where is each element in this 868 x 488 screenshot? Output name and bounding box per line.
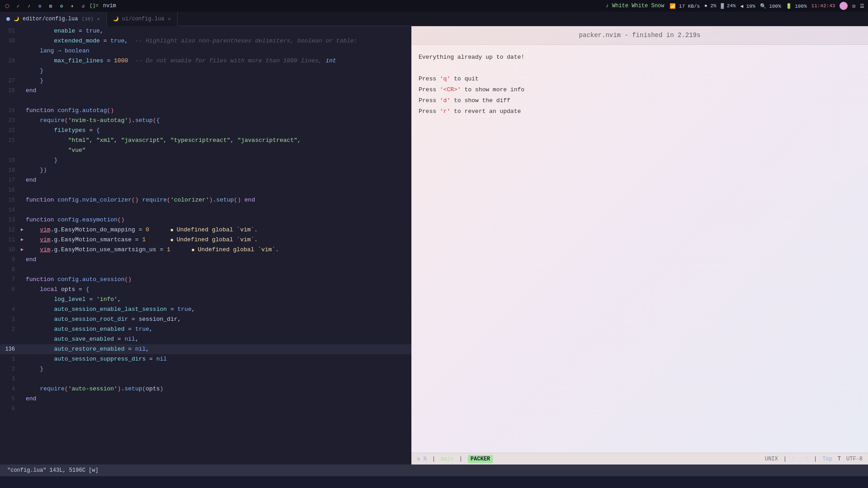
error-arrow: ▶ — [21, 225, 24, 235]
line-marker: ▶ — [20, 235, 24, 245]
packer-line-6: Press 'r' to revert an update — [419, 106, 861, 117]
code-line: 15 function config.nvim_colorizer() requ… — [0, 195, 411, 205]
line-content: require('auto-session').setup(opts) — [24, 384, 411, 394]
code-line: log_level = 'info', — [0, 295, 411, 305]
packer-content: Everything already up to date! Press 'q'… — [411, 45, 868, 465]
code-line: 4 require('auto-session').setup(opts) — [0, 384, 411, 394]
code-line: 51 enable = true, — [0, 26, 411, 36]
error-arrow: ▶ — [21, 235, 24, 245]
editor-statusbar: "config.lua" 143L, 5196C [w] — [0, 465, 868, 476]
tab-badge-1: (16) — [81, 16, 93, 22]
code-line: 22 filetypes = { — [0, 126, 411, 136]
line-content: local opts = { — [24, 285, 411, 295]
app-icon-6: ⚙ — [58, 2, 65, 9]
line-number: 30 — [0, 36, 20, 46]
line-number: 51 — [0, 26, 20, 36]
error-arrow: ▶ — [21, 245, 24, 255]
tab-close-2[interactable]: ✕ — [168, 16, 170, 22]
code-line-current: 136 auto_restore_enabled = nil, — [0, 344, 411, 354]
code-line: 23 require('nvim-ts-autotag').setup({ — [0, 116, 411, 126]
line-content: function config.auto_session() — [24, 275, 411, 285]
line-number: 19 — [0, 155, 20, 165]
editor-pane[interactable]: 51 enable = true, 30 extended_mode = tru… — [0, 26, 411, 465]
line-number: 2 — [0, 364, 20, 374]
line-content: auto_session_enabled = true, — [24, 324, 411, 334]
line-number: 136 — [0, 344, 20, 354]
line-number: 2 — [0, 324, 20, 334]
line-number: 4 — [0, 384, 20, 394]
code-line: "vue" — [0, 145, 411, 155]
packer-line-4: Press '<CR>' to show more info — [419, 84, 861, 95]
code-line: 13 function config.easymotion() — [0, 215, 411, 225]
line-marker: ▶ — [20, 225, 24, 235]
line-content: end — [24, 394, 411, 404]
app-icon-2: ✓ — [14, 2, 22, 9]
tab-editor-config[interactable]: 🌙 editor/config.lua (16) ✕ — [0, 12, 107, 26]
code-line: 3 auto_session_root_dir = session_dir, — [0, 314, 411, 324]
line-number: 18 — [0, 165, 20, 175]
line-number: 29 — [0, 56, 20, 66]
code-line: 7 function config.auto_session() — [0, 275, 411, 285]
topbar-app-icons: ⬡ ✓ ♪ ⚙ ⊞ ⚙ ✈ ↺ []= nvim — [4, 2, 116, 9]
line-number: 8 — [0, 265, 20, 275]
code-line: 1 auto_session_suppress_dirs = nil — [0, 354, 411, 364]
line-number: 3 — [0, 314, 20, 324]
line-content: } — [24, 76, 411, 86]
line-number: 23 — [0, 116, 20, 126]
clock: 11:42:43 — [811, 3, 835, 9]
line-content: "html", "xml", "javascript", "typescript… — [24, 136, 411, 145]
code-line: 4 auto_session_enable_last_session = tru… — [0, 305, 411, 314]
main-content: 51 enable = true, 30 extended_mode = tru… — [0, 26, 868, 465]
line-content: enable = true, — [24, 26, 411, 36]
line-number: 15 — [0, 195, 20, 205]
line-number: 1 — [0, 354, 20, 364]
line-number: 6 — [0, 404, 20, 414]
line-content: } — [24, 364, 411, 374]
line-content: }) — [24, 165, 411, 175]
system-stats: 📶 17 KB/s ● 2% ▓ 24% ◀ 19% 🔍 100% 🔋 100%… — [670, 2, 864, 10]
packer-title: packer.nvim - finished in 2.219s — [579, 32, 701, 39]
line-content: extended_mode = true, -- Highlight also … — [24, 36, 411, 46]
line-number: 27 — [0, 76, 20, 86]
code-line: 18 }) — [0, 165, 411, 175]
code-line: 27 } — [0, 76, 411, 86]
code-line — [0, 96, 411, 106]
packer-key-d: 'd' — [440, 97, 450, 104]
line-number: 22 — [0, 126, 20, 136]
line-content: vim.g.EasyMotion_use_smartsign_us = 1 ■ … — [24, 245, 411, 255]
code-line: } — [0, 66, 411, 76]
line-number: 10 — [0, 245, 20, 255]
line-content: end — [24, 175, 411, 185]
line-content: auto_session_root_dir = session_dir, — [24, 314, 411, 324]
cpu3-stat: ◀ 19% — [740, 3, 755, 9]
code-line: 6 — [0, 404, 411, 414]
code-line: 10 ▶ vim.g.EasyMotion_use_smartsign_us =… — [0, 245, 411, 255]
line-content — [24, 96, 411, 106]
line-content: end — [24, 86, 411, 96]
line-number: 7 — [0, 275, 20, 285]
tab-ui-config[interactable]: 🌙 ui/config.lua ✕ — [107, 12, 178, 26]
code-line: 21 "html", "xml", "javascript", "typescr… — [0, 136, 411, 145]
code-line: 8 — [0, 265, 411, 275]
line-content: log_level = 'info', — [24, 295, 411, 305]
packer-pane: packer.nvim - finished in 2.219s Everyth… — [411, 26, 868, 465]
packer-key-q: 'q' — [440, 75, 450, 82]
line-content: auto_session_enable_last_session = true, — [24, 305, 411, 314]
code-line: 29 max_file_lines = 1000 -- Do not enabl… — [0, 56, 411, 66]
code-line: 5 end — [0, 394, 411, 404]
app-icon-8: ↺ — [80, 2, 87, 9]
line-content: max_file_lines = 1000 -- Do not enable f… — [24, 56, 411, 66]
code-line: 9 end — [0, 255, 411, 265]
line-number: 3 — [0, 374, 20, 384]
line-number: 13 — [0, 215, 20, 225]
tab-label-2: ui/config.lua — [122, 16, 165, 22]
line-number: 26 — [0, 86, 20, 96]
battery-stat: 🔋 100% — [786, 3, 807, 9]
code-area[interactable]: 51 enable = true, 30 extended_mode = tru… — [0, 26, 411, 465]
line-content: function config.autotag() — [24, 106, 411, 116]
code-line: 17 end — [0, 175, 411, 185]
code-line: 3 — [0, 374, 411, 384]
code-line: 12 ▶ vim.g.EasyMotion_do_mapping = 0 ■ U… — [0, 225, 411, 235]
tab-close-1[interactable]: ✕ — [97, 16, 100, 22]
packer-header: packer.nvim - finished in 2.219s — [411, 26, 868, 45]
